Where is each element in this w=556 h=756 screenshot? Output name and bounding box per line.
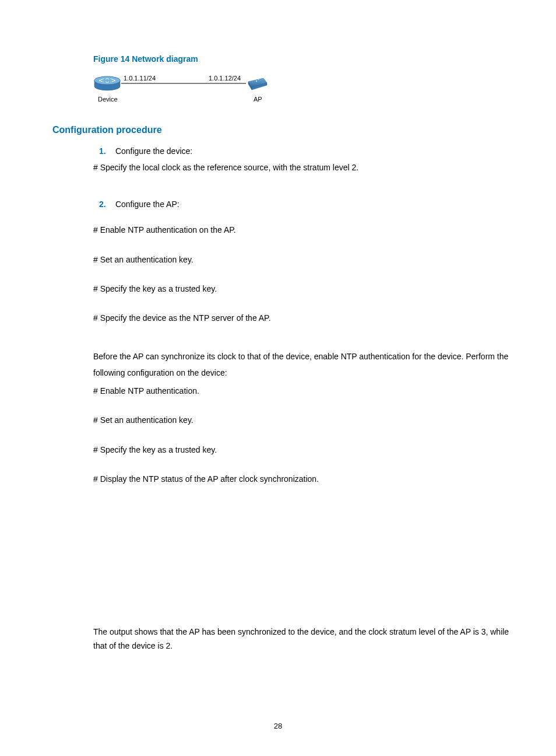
step-2-number: 2.: [99, 198, 113, 211]
ap-icon: [246, 76, 269, 91]
line-trusted-key-1: # Specify the key as a trusted key.: [93, 282, 521, 295]
network-diagram: 1.0.1.11/24 1.0.1.12/24 Device AP: [93, 70, 274, 105]
device-label: Device: [98, 94, 118, 105]
step-1: 1. Configure the device:: [99, 145, 521, 158]
paragraph-before-sync: Before the AP can synchronize its clock …: [93, 348, 521, 381]
paragraph-output: The output shows that the AP has been sy…: [93, 625, 521, 653]
line-display-ntp-status: # Display the NTP status of the AP after…: [93, 473, 521, 485]
step-1-detail: # Specify the local clock as the referen…: [93, 161, 521, 174]
line-set-auth-key-1: # Set an authentication key.: [93, 253, 521, 266]
line-enable-ntp-auth-ap: # Enable NTP authentication on the AP.: [93, 223, 521, 236]
step-1-number: 1.: [99, 145, 113, 158]
line-enable-ntp-auth: # Enable NTP authentication.: [93, 384, 521, 397]
step-2: 2. Configure the AP:: [99, 198, 521, 211]
step-1-text: Configure the device:: [115, 146, 192, 156]
device-icon: [93, 76, 121, 92]
line-set-auth-key-2: # Set an authentication key.: [93, 414, 521, 426]
device-ip-label: 1.0.1.11/24: [124, 74, 156, 84]
ap-label: AP: [254, 94, 262, 105]
line-trusted-key-2: # Specify the key as a trusted key.: [93, 443, 521, 456]
line-ntp-server: # Specify the device as the NTP server o…: [93, 312, 521, 324]
svg-point-1: [94, 76, 120, 85]
ap-ip-label: 1.0.1.12/24: [209, 74, 241, 84]
svg-point-3: [256, 80, 257, 82]
step-2-text: Configure the AP:: [115, 200, 180, 209]
page-number: 28: [0, 720, 556, 733]
figure-title: Figure 14 Network diagram: [93, 52, 521, 65]
section-heading: Configuration procedure: [52, 123, 521, 138]
